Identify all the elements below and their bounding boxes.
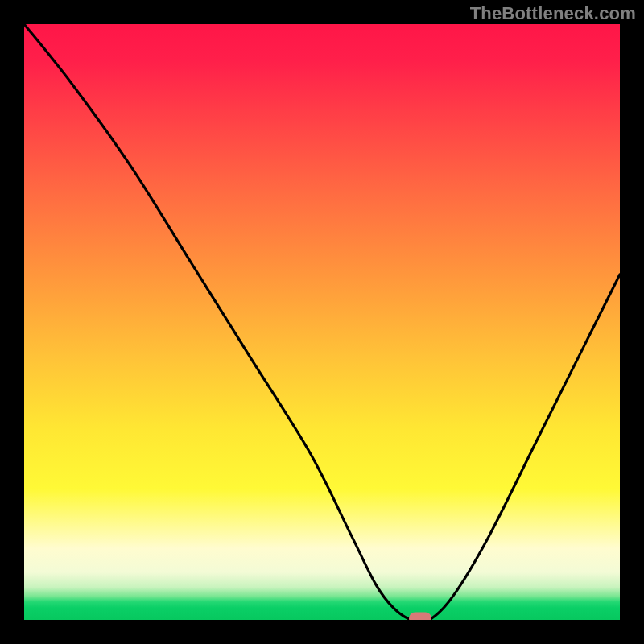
- optimal-marker: [409, 612, 431, 620]
- plot-area: [24, 24, 620, 620]
- bottleneck-curve: [24, 24, 620, 620]
- watermark-text: TheBottleneck.com: [470, 3, 636, 24]
- chart-stage: TheBottleneck.com: [0, 0, 644, 644]
